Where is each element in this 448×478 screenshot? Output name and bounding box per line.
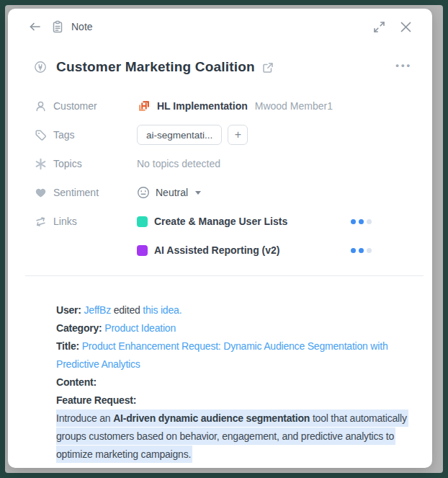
sentiment-value: Neutral — [156, 187, 188, 198]
back-button[interactable] — [28, 20, 42, 33]
user-label: User: — [56, 304, 81, 316]
note-fields: Customer HL Implementation Mwood Member1 — [28, 92, 412, 265]
field-sentiment: Sentiment Neutral — [28, 178, 412, 207]
idea-link[interactable]: this idea. — [143, 304, 182, 316]
progress-dot — [351, 248, 356, 253]
note-type-label: Note — [71, 21, 93, 32]
links-field-label: Links — [53, 216, 77, 227]
topics-field-label: Topics — [53, 158, 82, 169]
back-arrow-icon — [28, 20, 42, 33]
tags-field-label: Tags — [53, 129, 75, 141]
linked-item-name[interactable]: Create & Manage User Lists — [154, 216, 287, 227]
progress-dot — [359, 219, 364, 224]
tag-icon — [34, 129, 47, 141]
hl-implementation-logo — [137, 99, 151, 113]
body-line-category: Category: Product Ideation — [56, 319, 418, 337]
link-progress-dots — [351, 219, 372, 224]
link-color-swatch — [137, 216, 148, 227]
link-color-swatch — [137, 245, 148, 256]
topics-asterisk-icon — [34, 158, 47, 170]
link-progress-dots — [351, 248, 372, 253]
tag-chip[interactable]: ai-segmentati... — [137, 125, 222, 145]
highlighted-text: Introduce an AI-driven dynamic audience … — [56, 410, 408, 463]
expand-button[interactable] — [373, 21, 385, 33]
field-links: Links Create & Manage User Lists — [28, 207, 412, 236]
external-link-icon[interactable] — [262, 62, 274, 74]
note-clipboard-icon — [51, 20, 64, 34]
chevron-down-icon — [195, 191, 201, 195]
body-line-feature: Feature Request: — [56, 391, 418, 410]
customer-field-label: Customer — [53, 100, 97, 112]
section-divider — [25, 275, 424, 276]
sentiment-field-label: Sentiment — [53, 187, 99, 198]
customer-company-name[interactable]: HL Implementation — [157, 100, 248, 112]
body-line-highlight: Introduce an AI-driven dynamic audience … — [56, 410, 418, 464]
idea-title-link[interactable]: Product Enhancement Request: Dynamic Aud… — [56, 340, 387, 370]
progress-dot — [367, 248, 372, 253]
modal-header: Note — [28, 19, 412, 35]
field-customer: Customer HL Implementation Mwood Member1 — [28, 92, 412, 120]
feature-request-label: Feature Request: — [56, 394, 136, 406]
close-button[interactable] — [400, 21, 412, 33]
field-tags: Tags ai-segmentati... + — [28, 120, 412, 149]
page-title: Customer Marketing Coalition — [56, 59, 255, 75]
body-line-title: Title: Product Enhancement Request: Dyna… — [56, 337, 418, 373]
progress-dot — [359, 248, 364, 253]
person-icon — [34, 100, 47, 112]
note-modal: Note — [8, 9, 432, 468]
user-link[interactable]: JeffBz — [84, 304, 111, 316]
progress-dot — [351, 219, 356, 224]
note-body: User: JeffBz edited this idea. Category:… — [56, 301, 418, 464]
user-mid-text: edited — [111, 304, 143, 316]
idea-portal-icon — [34, 61, 47, 74]
highlight-pre: Introduce an — [56, 412, 113, 424]
more-options-button[interactable]: ••• — [395, 61, 412, 74]
note-title-row: Customer Marketing Coalition ••• — [28, 57, 412, 77]
content-label: Content: — [56, 376, 97, 388]
close-icon — [400, 21, 412, 33]
category-link[interactable]: Product Ideation — [104, 322, 176, 334]
highlight-bold: AI-driven dynamic audience segmentation — [113, 412, 310, 424]
linked-item-name[interactable]: AI Assisted Reporting (v2) — [154, 244, 280, 256]
sentiment-dropdown[interactable]: Neutral — [137, 186, 201, 199]
progress-dot — [367, 219, 372, 224]
field-links-row2: AI Assisted Reporting (v2) — [28, 236, 412, 265]
body-line-content: Content: — [56, 373, 418, 391]
topics-empty-value: No topics detected — [137, 158, 220, 169]
category-label: Category: — [56, 322, 102, 334]
field-topics: Topics No topics detected — [28, 149, 412, 178]
add-tag-button[interactable]: + — [228, 125, 248, 145]
customer-member-name: Mwood Member1 — [255, 100, 333, 112]
title-label: Title: — [56, 340, 79, 352]
expand-icon — [373, 21, 385, 33]
links-icon — [34, 216, 47, 228]
heart-icon — [34, 187, 47, 199]
body-line-user: User: JeffBz edited this idea. — [56, 301, 418, 319]
neutral-face-icon — [137, 186, 150, 199]
